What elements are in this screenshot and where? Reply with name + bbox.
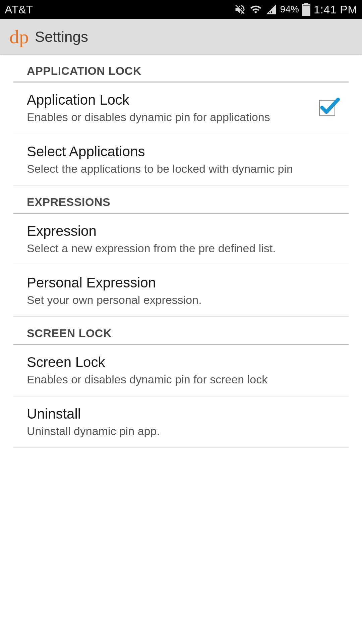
- status-right: 94% 1:41 PM: [234, 3, 357, 16]
- check-icon: [318, 96, 340, 117]
- row-sub: Set your own personal expression.: [27, 293, 335, 307]
- app-title: Settings: [35, 29, 88, 45]
- svg-rect-2: [303, 5, 310, 6]
- status-bar: AT&T 94% 1:41 PM: [0, 0, 362, 19]
- status-time: 1:41 PM: [314, 3, 357, 16]
- row-sub: Enables or disables dynamic pin for scre…: [27, 372, 335, 387]
- row-title: Select Applications: [27, 144, 335, 160]
- row-title: Uninstall: [27, 406, 335, 422]
- wifi-icon: [249, 3, 262, 15]
- status-battery-pct: 94%: [280, 4, 299, 15]
- application-lock-checkbox[interactable]: [319, 100, 335, 116]
- row-personal-expression[interactable]: Personal Expression Set your own persona…: [13, 265, 349, 317]
- row-sub: Select a new expression from the pre def…: [27, 241, 335, 256]
- signal-icon: [265, 4, 277, 15]
- row-sub: Enables or disables dynamic pin for appl…: [27, 110, 312, 124]
- app-header: dp Settings: [0, 19, 362, 55]
- section-header-application-lock: APPLICATION LOCK: [13, 55, 349, 83]
- status-carrier: AT&T: [5, 3, 33, 16]
- row-title: Application Lock: [27, 92, 312, 108]
- row-sub: Uninstall dynamic pin app.: [27, 424, 335, 438]
- row-title: Expression: [27, 223, 335, 239]
- app-logo: dp: [9, 27, 29, 47]
- row-screen-lock[interactable]: Screen Lock Enables or disables dynamic …: [13, 345, 349, 396]
- battery-icon: [302, 3, 310, 16]
- mute-icon: [234, 3, 246, 15]
- row-sub: Select the applications to be locked wit…: [27, 162, 335, 176]
- row-title: Screen Lock: [27, 354, 335, 370]
- row-application-lock[interactable]: Application Lock Enables or disables dyn…: [13, 83, 349, 134]
- section-header-screen-lock: SCREEN LOCK: [13, 317, 349, 345]
- row-uninstall[interactable]: Uninstall Uninstall dynamic pin app.: [13, 396, 349, 448]
- svg-rect-1: [304, 3, 308, 5]
- section-header-expressions: EXPRESSIONS: [13, 185, 349, 214]
- row-select-applications[interactable]: Select Applications Select the applicati…: [13, 134, 349, 186]
- row-title: Personal Expression: [27, 275, 335, 291]
- row-expression[interactable]: Expression Select a new expression from …: [13, 214, 349, 265]
- settings-content: APPLICATION LOCK Application Lock Enable…: [0, 55, 362, 448]
